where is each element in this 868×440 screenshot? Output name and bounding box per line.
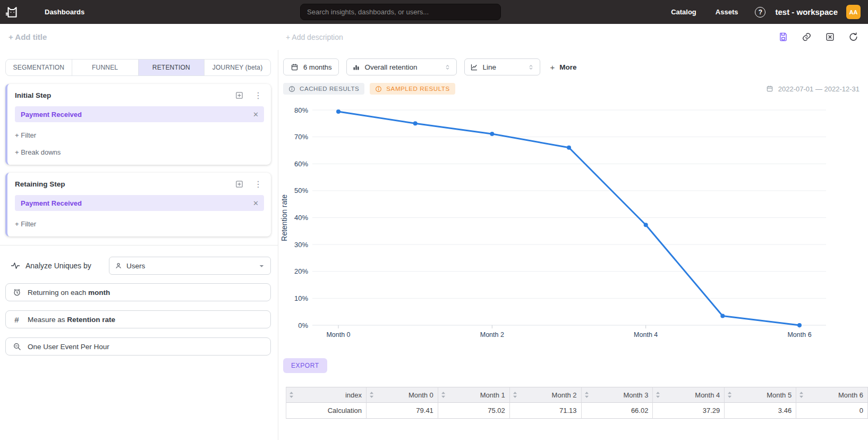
badge-sampled-results: SAMPLED RESULTS bbox=[370, 83, 455, 95]
table-header-month-3[interactable]: Month 3 bbox=[582, 387, 653, 403]
step-action-break-downs[interactable]: + Break downs bbox=[15, 148, 264, 156]
tab-retention[interactable]: RETENTION bbox=[139, 60, 205, 75]
add-event-icon[interactable] bbox=[235, 180, 244, 189]
nav-item-catalog[interactable]: Catalog bbox=[661, 4, 706, 20]
step-title: Initial Step bbox=[15, 91, 51, 99]
table-header-month-0[interactable]: Month 0 bbox=[367, 387, 438, 403]
chart-toolbar: 6 months Overall retention bbox=[278, 58, 868, 75]
column-label: Month 5 bbox=[767, 391, 792, 399]
event-chip[interactable]: Payment Received✕ bbox=[15, 195, 264, 211]
remove-event-icon[interactable]: ✕ bbox=[253, 111, 259, 119]
date-range: 2022-07-01 — 2022-12-31 bbox=[766, 85, 860, 93]
table-header-month-6[interactable]: Month 6 bbox=[796, 387, 868, 403]
column-label: Month 0 bbox=[409, 391, 433, 399]
insight-title-bar: + Add title + Add description bbox=[0, 24, 868, 50]
kebab-menu-icon[interactable]: ⋮ bbox=[252, 91, 264, 100]
bar-chart-icon bbox=[352, 63, 360, 71]
data-point[interactable] bbox=[490, 132, 494, 136]
x-tick-label: Month 2 bbox=[480, 331, 504, 339]
step-card-retaining-step: Retaining Step⋮Payment Received✕+ Filter bbox=[5, 173, 271, 236]
date-range-value: 2022-07-01 — 2022-12-31 bbox=[778, 85, 860, 93]
nav-item-assets[interactable]: Assets bbox=[706, 4, 748, 20]
save-icon[interactable] bbox=[778, 32, 788, 42]
sort-icon[interactable] bbox=[584, 391, 589, 399]
table-header-index[interactable]: index bbox=[286, 387, 367, 403]
data-point[interactable] bbox=[720, 314, 725, 318]
time-window-button[interactable]: 6 months bbox=[283, 58, 339, 75]
table-header-month-1[interactable]: Month 1 bbox=[438, 387, 510, 403]
data-point[interactable] bbox=[567, 146, 571, 150]
y-tick-label: 20% bbox=[294, 267, 308, 275]
kebab-menu-icon[interactable]: ⋮ bbox=[252, 180, 264, 189]
column-label: Month 6 bbox=[838, 391, 863, 399]
table-header-month-2[interactable]: Month 2 bbox=[510, 387, 582, 403]
info-icon bbox=[288, 86, 295, 92]
workspace-name[interactable]: test - workspace bbox=[775, 7, 838, 16]
app-logo-cat-icon[interactable] bbox=[4, 4, 20, 20]
option-label: One User Event Per Hour bbox=[28, 343, 109, 351]
metric-select[interactable]: Overall retention bbox=[346, 58, 457, 75]
sort-icon[interactable] bbox=[369, 391, 374, 399]
data-point[interactable] bbox=[413, 121, 418, 125]
data-point[interactable] bbox=[797, 323, 802, 327]
pulse-icon bbox=[11, 261, 20, 270]
badge-cached-results: CACHED RESULTS bbox=[283, 83, 364, 95]
results-table: indexMonth 0Month 1Month 2Month 3Month 4… bbox=[286, 387, 868, 419]
y-tick-label: 40% bbox=[294, 214, 308, 222]
sort-icon[interactable] bbox=[289, 391, 294, 399]
tab-segmentation[interactable]: SEGMENTATION bbox=[6, 60, 72, 75]
table-cell: 3.46 bbox=[725, 403, 796, 419]
tab-journey-beta[interactable]: JOURNEY (beta) bbox=[205, 60, 270, 75]
add-description-button[interactable]: + Add description bbox=[286, 33, 343, 41]
table-cell: 37.29 bbox=[653, 403, 725, 419]
retention-line[interactable] bbox=[338, 112, 799, 325]
step-card-initial-step: Initial Step⋮Payment Received✕+ Filter+ … bbox=[5, 84, 271, 165]
nav-item-dashboards[interactable]: Dashboards bbox=[35, 4, 100, 20]
sort-icon[interactable] bbox=[799, 391, 804, 399]
search-input[interactable] bbox=[300, 4, 501, 20]
event-chip-label: Payment Received bbox=[21, 111, 82, 119]
share-link-icon[interactable] bbox=[802, 32, 812, 42]
analyze-by-select[interactable]: Users bbox=[109, 257, 271, 275]
avatar[interactable]: AA bbox=[846, 5, 861, 19]
refresh-icon[interactable] bbox=[848, 32, 858, 42]
tab-funnel[interactable]: FUNNEL bbox=[72, 60, 139, 75]
option-one-user-event-per-hour[interactable]: One User Event Per Hour bbox=[5, 337, 271, 356]
table-cell: 79.41 bbox=[367, 403, 438, 419]
panel-divider bbox=[0, 245, 278, 246]
option-label: Measure as Retention rate bbox=[28, 316, 115, 324]
remove-event-icon[interactable]: ✕ bbox=[253, 199, 259, 207]
add-event-icon[interactable] bbox=[235, 91, 244, 100]
more-button[interactable]: + More bbox=[550, 63, 576, 72]
table-header-month-4[interactable]: Month 4 bbox=[653, 387, 725, 403]
options-container: Returning on each month#Measure as Reten… bbox=[5, 283, 271, 356]
step-action-filter[interactable]: + Filter bbox=[15, 220, 264, 228]
column-label: Month 1 bbox=[480, 391, 505, 399]
add-title-button[interactable]: + Add title bbox=[8, 32, 47, 41]
export-button[interactable]: EXPORT bbox=[283, 358, 327, 373]
help-icon[interactable]: ? bbox=[755, 7, 765, 18]
sort-icon[interactable] bbox=[656, 391, 660, 399]
step-header-actions: ⋮ bbox=[235, 91, 264, 100]
steps-container: Initial Step⋮Payment Received✕+ Filter+ … bbox=[5, 84, 271, 236]
table-row: Calculation79.4175.0271.1366.0237.293.46… bbox=[286, 403, 868, 419]
event-chip[interactable]: Payment Received✕ bbox=[15, 106, 264, 122]
table-cell: Calculation bbox=[286, 403, 367, 419]
x-tick-label: Month 0 bbox=[326, 331, 350, 339]
option-measure-as-retention-rate[interactable]: #Measure as Retention rate bbox=[5, 310, 271, 328]
metric-value: Overall retention bbox=[364, 63, 417, 71]
chart-type-value: Line bbox=[482, 63, 496, 71]
sort-icon[interactable] bbox=[727, 391, 732, 399]
table-header-month-5[interactable]: Month 5 bbox=[725, 387, 796, 403]
chart-type-select[interactable]: Line bbox=[464, 58, 540, 75]
sort-icon[interactable] bbox=[441, 391, 446, 399]
data-point[interactable] bbox=[336, 109, 341, 114]
retention-line-chart[interactable]: 0%10%20%30%40%50%60%70%80%Month 0Month 2… bbox=[278, 99, 868, 339]
results-panel: 6 months Overall retention bbox=[278, 50, 868, 440]
step-action-filter[interactable]: + Filter bbox=[15, 131, 264, 139]
nav-item-create-insight[interactable]: Create insight bbox=[35, 0, 100, 4]
option-returning-on-each-month[interactable]: Returning on each month bbox=[5, 283, 271, 301]
data-point[interactable] bbox=[644, 223, 648, 227]
clear-insight-icon[interactable] bbox=[825, 32, 835, 42]
sort-icon[interactable] bbox=[513, 391, 517, 399]
